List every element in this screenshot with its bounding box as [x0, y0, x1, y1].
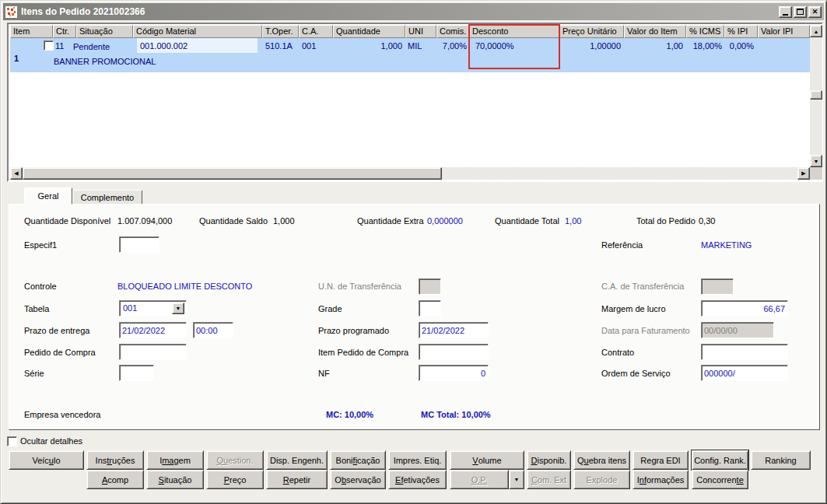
acomp-button[interactable]: Acomp [86, 470, 144, 489]
ordem-servico-field[interactable] [701, 365, 788, 381]
item-number: 1 [14, 54, 19, 63]
un-transferencia-field [419, 278, 441, 295]
cell-preco-unitario: 1,00000 [559, 41, 621, 51]
scroll-right-button[interactable]: ▶ [797, 167, 810, 180]
repetir-button[interactable]: Repetir [266, 470, 328, 489]
prazo-entrega-time-field[interactable] [193, 322, 233, 338]
ca-transferencia-field [701, 278, 734, 295]
column-header-item[interactable]: Item [10, 25, 53, 38]
serie-field[interactable] [119, 365, 154, 381]
com-ext-button: Com. Ext [527, 470, 571, 489]
label-item-pedido-compra: Item Pedido de Compra [318, 348, 408, 357]
column-header-preco-unitario[interactable]: Preço Unitário [559, 25, 624, 38]
column-header-situacao[interactable]: Situação [76, 25, 133, 38]
tabela-combobox[interactable]: 001 ▼ [119, 300, 187, 317]
op-dropdown-button[interactable]: ▼ [509, 470, 524, 489]
scroll-left-button[interactable]: ◀ [10, 167, 23, 180]
horizontal-scrollbar[interactable]: ◀ ▶ [10, 167, 810, 180]
especif1-field[interactable] [119, 236, 159, 253]
label-tabela: Tabela [24, 304, 49, 313]
efetivacoes-button[interactable]: Efetivações [388, 470, 447, 489]
column-header-codigo-material[interactable]: Código Material [133, 25, 262, 38]
scroll-up-button[interactable]: ▲ [810, 25, 822, 37]
column-header-valor-do-item[interactable]: Valor do Item [624, 25, 686, 38]
chevron-down-icon: ▼ [514, 477, 520, 482]
label-quantidade-saldo: Quantidade Saldo [199, 216, 268, 226]
config-rank-button[interactable]: Config. Rank. [692, 450, 748, 470]
vertical-scrollbar[interactable]: ▲ ▼ [810, 25, 822, 167]
tab-geral[interactable]: Geral [24, 187, 72, 205]
mc-total-value: MC Total: 10,00% [421, 410, 491, 419]
column-header-quantidade[interactable]: Quantidade [333, 25, 405, 38]
column-header-ipi[interactable]: % IPI [724, 25, 758, 38]
regra-edi-button[interactable]: Regra EDI [633, 450, 689, 470]
maximize-button[interactable] [794, 6, 807, 18]
vertical-scroll-thumb[interactable] [810, 90, 822, 100]
impres-etiq-button[interactable]: Impres. Etiq. [388, 450, 447, 470]
ranking-button[interactable]: Ranking [751, 450, 811, 470]
grade-field[interactable] [419, 300, 441, 317]
label-quantidade-extra: Quantidade Extra [357, 216, 424, 226]
column-header-icms[interactable]: % ICMS [686, 25, 724, 38]
column-header-ctr[interactable]: Ctr. [53, 25, 76, 38]
column-header-uni[interactable]: UNI [405, 25, 436, 38]
prazo-entrega-date-field[interactable] [119, 322, 187, 338]
label-prazo-entrega: Prazo de entrega [24, 326, 89, 335]
mc-value: MC: 10,00% [326, 410, 373, 419]
column-header-ca[interactable]: C.A. [299, 25, 333, 38]
cell-situacao: Pendente [73, 42, 110, 51]
column-header-desconto[interactable]: Desconto [469, 25, 559, 38]
tabela-dropdown-button[interactable]: ▼ [172, 303, 184, 314]
ocultar-detalhes-checkbox[interactable] [7, 436, 17, 446]
close-icon: ✕ [812, 8, 818, 16]
bonificacao-button[interactable]: Bonificação [330, 450, 386, 470]
order-items-window: Itens do Pedido 2021002366 ✕ Item Ctr. S… [0, 0, 827, 504]
cell-uni: MIL [408, 41, 422, 51]
quebra-itens-button[interactable]: Quebra itens [573, 450, 630, 470]
minimize-button[interactable] [779, 6, 792, 18]
observacao-button[interactable]: Observação [330, 470, 386, 489]
column-header-valor-ipi[interactable]: Valor IPI [758, 25, 810, 38]
label-quantidade-total: Quantidade Total [495, 216, 559, 226]
value-quantidade-extra: 0,000000 [427, 216, 463, 226]
value-total-do-pedido: 0,30 [699, 216, 715, 226]
items-grid: Item Ctr. Situação Código Material T.Ope… [7, 23, 823, 182]
value-referencia: MARKETING [701, 240, 752, 250]
situacao-button[interactable]: Situação [146, 470, 204, 489]
label-serie: Série [24, 369, 44, 378]
op-button: O.P. [450, 470, 509, 489]
column-header-comis[interactable]: Comis. [436, 25, 469, 38]
tab-complemento[interactable]: Complemento [72, 190, 142, 205]
margem-lucro-field[interactable] [701, 300, 788, 317]
scroll-down-button[interactable]: ▼ [810, 155, 822, 167]
cell-comis: 7,00% [436, 41, 467, 51]
grid-row-selected[interactable]: 1 11 Pendente 001.000.002 510.1A 001 1,0… [10, 38, 810, 72]
cell-icms: 18,00% [686, 41, 722, 51]
preco-button[interactable]: Preço [206, 470, 264, 489]
concorrente-button[interactable]: Concorrente [692, 470, 748, 489]
app-icon [5, 6, 17, 18]
disp-engenh-button[interactable]: Disp. Engenh. [266, 450, 328, 470]
close-button[interactable]: ✕ [808, 6, 822, 18]
disponib-button[interactable]: Disponib. [527, 450, 571, 470]
horizontal-scroll-thumb[interactable] [23, 167, 442, 180]
value-quantidade-saldo: 1,000 [273, 216, 295, 226]
volume-button[interactable]: Volume [450, 450, 524, 470]
tab-geral-label: Geral [38, 191, 59, 201]
nf-field[interactable] [419, 365, 489, 381]
row-checkbox[interactable] [44, 40, 54, 51]
instrucoes-button[interactable]: Instruções [86, 450, 144, 470]
pedido-compra-field[interactable] [119, 344, 187, 360]
prazo-programado-field[interactable] [419, 322, 489, 338]
chevron-down-icon: ▼ [176, 306, 181, 311]
contrato-field[interactable] [701, 344, 788, 360]
label-controle: Controle [24, 282, 57, 291]
item-pedido-compra-field[interactable] [419, 344, 489, 360]
cell-quantidade: 1,000 [333, 41, 402, 51]
veiculo-button[interactable]: Veículo [9, 450, 84, 470]
imagem-button[interactable]: Imagem [146, 450, 204, 470]
value-controle: BLOQUEADO LIMITE DESCONTO [117, 282, 252, 291]
informacoes-button[interactable]: Informações [633, 470, 689, 489]
tabela-value: 001 [123, 303, 137, 313]
column-header-toper[interactable]: T.Oper. [262, 25, 299, 38]
